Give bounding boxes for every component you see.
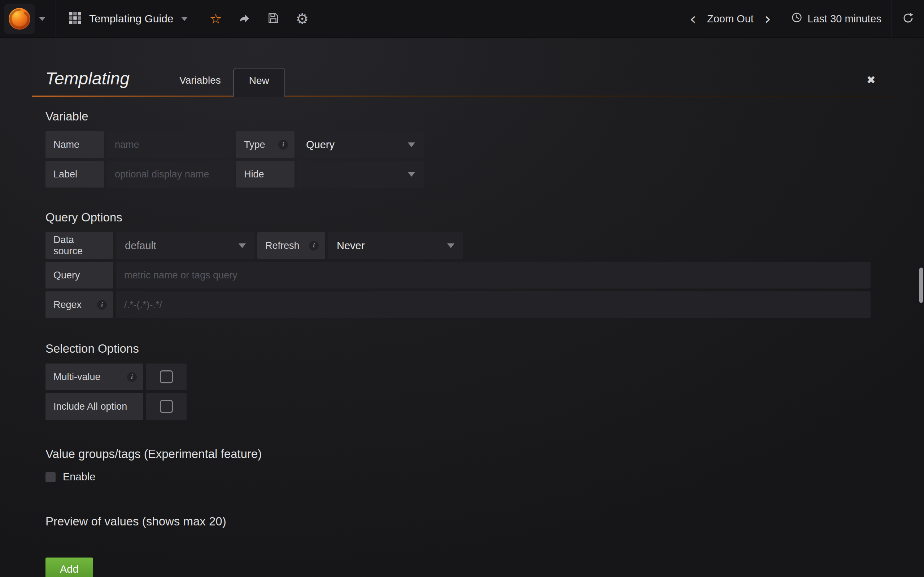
regex-field-label: Regex i xyxy=(45,292,113,318)
regex-input[interactable] xyxy=(116,292,871,318)
navbar-actions: ☆ ⚙ xyxy=(201,0,317,37)
multi-value-label-text: Multi-value xyxy=(53,371,101,383)
query-input[interactable] xyxy=(116,262,871,288)
form-row: Query xyxy=(45,262,871,288)
share-icon xyxy=(238,12,250,26)
star-icon: ☆ xyxy=(209,12,221,26)
time-shift-left-button[interactable]: ‹ xyxy=(690,12,696,26)
hide-select[interactable] xyxy=(297,161,424,187)
form-row: Regex i xyxy=(45,292,871,318)
save-dashboard-button[interactable] xyxy=(259,0,288,37)
info-icon[interactable]: i xyxy=(309,241,319,251)
dashboard-title-button[interactable]: Templating Guide xyxy=(56,0,201,37)
hide-field-label: Hide xyxy=(236,161,294,187)
datasource-select-value: default xyxy=(125,240,156,252)
label-input[interactable] xyxy=(107,161,233,187)
multi-value-checkbox[interactable] xyxy=(160,371,173,384)
include-all-checkbox[interactable] xyxy=(160,400,173,413)
name-input[interactable] xyxy=(107,131,233,158)
top-navbar: Templating Guide ☆ xyxy=(0,0,924,37)
datasource-field-label: Data source xyxy=(45,232,113,259)
zoom-out-button[interactable]: Zoom Out xyxy=(707,13,754,25)
enable-tags-label: Enable xyxy=(63,471,95,483)
form-row: Multi-value i xyxy=(45,364,871,390)
refresh-icon xyxy=(902,12,914,26)
refresh-label-text: Refresh xyxy=(265,240,300,251)
type-label-text: Type xyxy=(244,139,265,150)
refresh-select-value: Never xyxy=(337,240,365,252)
form-row: Data source default Refresh i Never xyxy=(45,232,871,259)
gear-icon: ⚙ xyxy=(296,11,309,26)
grafana-menu-button[interactable] xyxy=(0,0,56,37)
label-field-label: Label xyxy=(45,161,104,187)
add-variable-button[interactable]: Add xyxy=(45,558,93,577)
type-field-label: Type i xyxy=(236,131,294,158)
chevron-down-icon xyxy=(408,172,415,177)
refresh-select[interactable]: Never xyxy=(328,232,463,259)
close-icon[interactable]: ✖ xyxy=(867,75,876,85)
zoom-controls: ‹ Zoom Out › xyxy=(680,0,782,37)
datasource-select[interactable]: default xyxy=(116,232,254,259)
preview-heading: Preview of values (shows max 20) xyxy=(45,515,879,528)
page-title: Templating xyxy=(45,69,129,95)
variable-section-heading: Variable xyxy=(45,110,879,123)
time-range-label: Last 30 minutes xyxy=(808,13,881,25)
query-field-label: Query xyxy=(45,262,113,288)
regex-label-text: Regex xyxy=(53,299,82,311)
enable-tags-row: Enable xyxy=(45,471,879,483)
refresh-dashboard-button[interactable] xyxy=(892,0,924,37)
grafana-logo-icon xyxy=(4,3,35,34)
templating-header: Templating Variables New ✖ xyxy=(32,68,900,97)
save-icon xyxy=(267,12,279,25)
name-field-label: Name xyxy=(45,131,104,158)
time-range-picker[interactable]: Last 30 minutes xyxy=(781,0,892,37)
dashboard-settings-button[interactable]: ⚙ xyxy=(288,0,317,37)
info-icon[interactable]: i xyxy=(127,372,137,382)
dashboard-title: Templating Guide xyxy=(89,13,173,25)
multi-value-checkbox-panel xyxy=(146,364,187,390)
include-all-field-label: Include All option xyxy=(45,393,143,420)
chevron-down-icon xyxy=(239,243,246,248)
navbar-right-controls: ‹ Zoom Out › Last 30 minutes xyxy=(680,0,924,37)
time-shift-right-button[interactable]: › xyxy=(764,12,771,26)
info-icon[interactable]: i xyxy=(278,140,288,150)
tab-variables[interactable]: Variables xyxy=(167,68,233,95)
type-select[interactable]: Query xyxy=(297,131,424,158)
refresh-field-label: Refresh i xyxy=(257,232,325,259)
templating-settings-view: Templating Variables New ✖ Variable Name… xyxy=(0,68,924,577)
chevron-down-icon xyxy=(408,142,415,147)
chevron-down-icon xyxy=(181,17,188,21)
variable-form: Name Type i Query Label Hide xyxy=(45,131,871,187)
info-icon[interactable]: i xyxy=(97,300,107,310)
clock-icon xyxy=(791,12,802,26)
share-dashboard-button[interactable] xyxy=(230,0,259,37)
form-row: Name Type i Query xyxy=(45,131,871,158)
dashboard-grid-icon xyxy=(69,12,81,26)
type-select-value: Query xyxy=(306,139,334,151)
chevron-down-icon xyxy=(39,17,45,21)
multi-value-field-label: Multi-value i xyxy=(45,364,143,390)
form-row: Label Hide xyxy=(45,161,871,187)
enable-tags-checkbox[interactable] xyxy=(45,472,56,482)
scrollbar-thumb[interactable] xyxy=(919,268,923,303)
include-all-checkbox-panel xyxy=(146,393,187,420)
form-row: Include All option xyxy=(45,393,871,420)
query-options-form: Data source default Refresh i Never Quer… xyxy=(45,232,871,318)
query-options-heading: Query Options xyxy=(45,211,879,224)
value-groups-heading: Value groups/tags (Experimental feature) xyxy=(45,447,879,461)
tab-new[interactable]: New xyxy=(233,68,285,97)
chevron-down-icon xyxy=(447,243,454,248)
star-dashboard-button[interactable]: ☆ xyxy=(201,0,230,37)
selection-options-heading: Selection Options xyxy=(45,342,879,356)
selection-options-form: Multi-value i Include All option xyxy=(45,364,871,420)
